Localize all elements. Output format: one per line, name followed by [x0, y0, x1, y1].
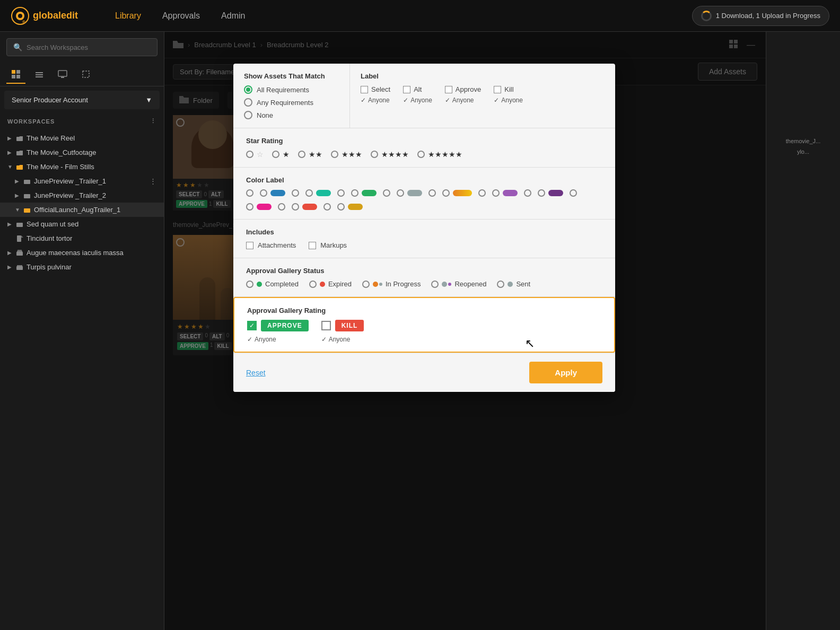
kill-dropdown[interactable]: ✓ Anyone	[494, 97, 523, 104]
color-radio[interactable]	[351, 189, 358, 197]
color-radio[interactable]	[337, 189, 345, 197]
match-all-option[interactable]: All Requirements	[244, 85, 339, 94]
checkbox-approve[interactable]	[445, 86, 452, 93]
color-green[interactable]	[351, 189, 377, 197]
color-pink[interactable]	[246, 203, 272, 211]
radio-any[interactable]	[244, 98, 252, 107]
color-none-2[interactable]	[292, 189, 299, 197]
color-none-3[interactable]	[337, 189, 345, 197]
select-dropdown[interactable]: ✓ Anyone	[361, 97, 390, 104]
star-radio-1[interactable]	[272, 151, 279, 158]
approve-dropdown[interactable]: ✓ Anyone	[445, 97, 481, 104]
include-markups[interactable]: Markups	[309, 241, 347, 249]
color-radio[interactable]	[278, 203, 285, 211]
sidebar-item-june-preview-1[interactable]: ▶ JunePreview _Trailer_1 ⋮	[0, 174, 164, 188]
status-radio-sent[interactable]	[497, 281, 504, 288]
sidebar-item-june-preview-2[interactable]: ▶ JunePreview _Trailer_2	[0, 188, 164, 203]
color-radio[interactable]	[246, 203, 253, 211]
radio-all[interactable]	[244, 85, 252, 94]
more-icon[interactable]: ⋮	[150, 177, 156, 185]
color-radio[interactable]	[383, 189, 390, 197]
kill-rating-dropdown[interactable]: ✓ Anyone	[321, 336, 364, 343]
star-option-1[interactable]: ★	[272, 150, 290, 159]
star-option-2[interactable]: ★★	[298, 150, 322, 159]
color-radio[interactable]	[292, 189, 299, 197]
color-radio[interactable]	[246, 189, 253, 197]
star-option-4[interactable]: ★★★★	[371, 150, 409, 159]
status-radio-in-progress[interactable]	[362, 281, 370, 288]
color-radio[interactable]	[478, 189, 486, 197]
label-check-kill[interactable]: Kill	[494, 85, 523, 93]
star-option-3[interactable]: ★★★	[331, 150, 362, 159]
color-radio[interactable]	[292, 203, 299, 211]
sidebar-icon-crop[interactable]	[76, 65, 95, 84]
color-radio[interactable]	[323, 203, 331, 211]
sidebar-item-movie-reel[interactable]: ▶ The Movie Reel	[0, 131, 164, 145]
checkbox-approve-checked[interactable]: ✓	[247, 321, 257, 330]
status-radio-completed[interactable]	[246, 281, 253, 288]
status-in-progress[interactable]: In Progress	[362, 280, 421, 288]
sidebar-item-sed-quam[interactable]: ▶ Sed quam ut sed	[0, 217, 164, 231]
color-purple-light[interactable]	[492, 189, 518, 197]
color-radio[interactable]	[570, 189, 577, 197]
status-radio-expired[interactable]	[309, 281, 317, 288]
nav-admin[interactable]: Admin	[221, 11, 245, 21]
color-purple[interactable]	[538, 189, 563, 197]
star-radio-4[interactable]	[371, 151, 378, 158]
checkbox-select[interactable]	[361, 86, 368, 93]
color-none-1[interactable]	[246, 189, 253, 197]
color-gold[interactable]	[337, 203, 363, 211]
color-none-4[interactable]	[383, 189, 390, 197]
checkbox-kill[interactable]	[494, 86, 501, 93]
radio-none[interactable]	[244, 111, 252, 119]
approve-rating-dropdown[interactable]: ✓ Anyone	[247, 336, 309, 343]
color-radio[interactable]	[260, 189, 267, 197]
checkbox-kill-unchecked[interactable]	[321, 321, 331, 330]
color-none-5[interactable]	[428, 189, 436, 197]
sidebar-item-official-launch[interactable]: ▼ OfficialLaunch_AugTrailer_1	[0, 203, 164, 217]
include-attachments[interactable]: Attachments	[246, 241, 296, 249]
sidebar-item-movie-film-stills[interactable]: ▼ The Movie - Film Stills	[0, 160, 164, 174]
star-radio-0[interactable]	[246, 151, 253, 158]
nav-library[interactable]: Library	[115, 11, 141, 21]
alt-dropdown[interactable]: ✓ Anyone	[403, 97, 432, 104]
checkbox-markups[interactable]	[309, 242, 316, 249]
star-option-0[interactable]: ☆	[246, 150, 264, 159]
color-orange-yellow[interactable]	[442, 189, 472, 197]
star-option-5[interactable]: ★★★★★	[417, 150, 462, 159]
status-expired[interactable]: Expired	[309, 280, 352, 288]
color-radio[interactable]	[442, 189, 450, 197]
color-none-8[interactable]	[570, 189, 577, 197]
color-radio[interactable]	[492, 189, 500, 197]
sidebar-icon-layers[interactable]	[30, 65, 49, 84]
label-check-approve[interactable]: Approve	[445, 85, 481, 93]
color-none-6[interactable]	[478, 189, 486, 197]
checkbox-attachments[interactable]	[246, 242, 253, 249]
sidebar-icon-monitor[interactable]	[53, 65, 72, 84]
status-radio-reopened[interactable]	[431, 281, 439, 288]
color-none-9[interactable]	[278, 203, 285, 211]
star-radio-5[interactable]	[417, 151, 425, 158]
label-check-select[interactable]: Select	[361, 85, 390, 93]
match-any-option[interactable]: Any Requirements	[244, 98, 339, 107]
reset-button[interactable]: Reset	[246, 369, 266, 377]
nav-approvals[interactable]: Approvals	[162, 11, 200, 21]
workspaces-more-icon[interactable]: ⋮	[150, 118, 156, 125]
color-radio[interactable]	[337, 203, 345, 211]
match-none-option[interactable]: None	[244, 111, 339, 119]
label-check-alt[interactable]: Alt	[403, 85, 432, 93]
status-completed[interactable]: Completed	[246, 280, 299, 288]
sidebar-item-augue[interactable]: ▶ Augue maecenas iaculis massa	[0, 246, 164, 260]
color-gray[interactable]	[397, 189, 422, 197]
status-sent[interactable]: Sent	[497, 280, 530, 288]
star-radio-3[interactable]	[331, 151, 338, 158]
search-input[interactable]	[27, 43, 151, 51]
apply-button[interactable]: Apply	[529, 362, 602, 383]
color-radio[interactable]	[397, 189, 404, 197]
account-selector[interactable]: Senior Producer Account ▼	[4, 91, 160, 109]
sidebar-icon-library[interactable]	[6, 65, 25, 84]
status-reopened[interactable]: Reopened	[431, 280, 486, 288]
sidebar-item-movie-cutfootage[interactable]: ▶ The Movie_Cutfootage	[0, 145, 164, 160]
sidebar-item-tincidunt[interactable]: ▶ Tincidunt tortor	[0, 231, 164, 246]
color-radio[interactable]	[305, 189, 313, 197]
